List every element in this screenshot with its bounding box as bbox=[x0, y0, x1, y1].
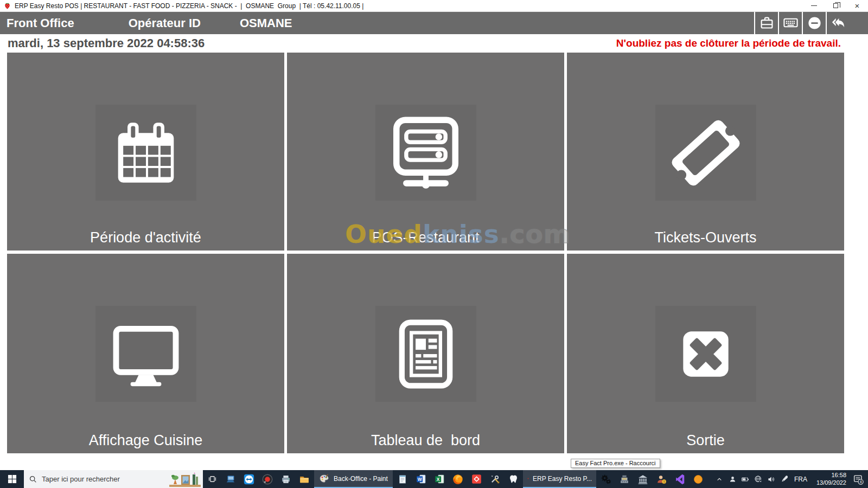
monitor-icon bbox=[105, 313, 187, 395]
task-view-button[interactable] bbox=[203, 470, 221, 488]
tooth-icon bbox=[508, 473, 519, 485]
orange-dot-app[interactable] bbox=[689, 470, 707, 488]
anydesk-app[interactable] bbox=[467, 470, 486, 488]
calendar-icon bbox=[105, 113, 187, 192]
notification-icon: 4 bbox=[852, 473, 864, 485]
tray-clock[interactable]: 16:58 13/09/2022 bbox=[810, 472, 848, 487]
tile-sortie[interactable]: Sortie bbox=[567, 254, 844, 453]
paint-app-button[interactable]: Back-Office - Paint bbox=[314, 470, 393, 488]
accounting-icon: $ bbox=[655, 473, 667, 485]
shortcut-tooltip: Easy Fact Pro.exe - Raccourci bbox=[571, 459, 660, 468]
menu-osmane[interactable]: OSMANE bbox=[240, 16, 292, 30]
gears-app[interactable] bbox=[597, 470, 615, 488]
tile-tickets-ouverts[interactable]: Tickets-Ouverts bbox=[567, 53, 844, 251]
gears-icon bbox=[600, 473, 612, 485]
visual-studio-icon bbox=[674, 473, 686, 485]
menu-operateur-id[interactable]: Opérateur ID bbox=[129, 16, 201, 30]
erp-app-button[interactable]: ERP Easy Resto P... bbox=[523, 470, 596, 488]
recorder-app[interactable] bbox=[258, 470, 277, 488]
notepad-icon bbox=[397, 474, 408, 485]
battery-icon bbox=[741, 474, 750, 484]
keyboard-icon bbox=[783, 15, 799, 31]
printer-icon bbox=[280, 473, 292, 485]
erp-app-label: ERP Easy Resto P... bbox=[533, 475, 592, 483]
keyboard-button[interactable] bbox=[778, 12, 802, 34]
close-button[interactable]: × bbox=[846, 0, 868, 11]
word-icon: W bbox=[416, 473, 427, 485]
file-explorer-app[interactable] bbox=[295, 470, 314, 488]
restore-button[interactable] bbox=[825, 0, 846, 11]
speaker-icon bbox=[767, 474, 776, 484]
paint-app-label: Back-Office - Paint bbox=[334, 475, 388, 483]
tile-label: Sortie bbox=[567, 432, 844, 449]
orange-dot-icon bbox=[693, 474, 704, 485]
teamviewer-app[interactable] bbox=[240, 470, 258, 488]
undo-back-icon bbox=[831, 15, 846, 31]
search-input[interactable] bbox=[42, 475, 161, 483]
tray-language[interactable]: FRA bbox=[791, 476, 810, 483]
notepad-app[interactable] bbox=[393, 470, 412, 488]
tile-label: Affichage Cuisine bbox=[7, 432, 284, 449]
windows-taskbar: Back-Office - Paint W X bbox=[0, 470, 868, 488]
svg-text:W: W bbox=[417, 477, 422, 482]
tray-battery[interactable] bbox=[739, 474, 752, 484]
tools-app[interactable] bbox=[486, 470, 504, 488]
tile-periode-activite[interactable]: Période d'activité bbox=[7, 53, 284, 251]
visual-studio-app[interactable] bbox=[671, 470, 689, 488]
teamviewer-icon bbox=[243, 473, 255, 485]
erp-easy-resto-window: ERP Easy Resto POS | RESTAURANT - FAST F… bbox=[0, 0, 868, 488]
dental-app[interactable] bbox=[504, 470, 522, 488]
tray-pen[interactable] bbox=[778, 474, 791, 484]
close-period-warning: N'oubliez pas de clôturer la période de … bbox=[616, 37, 841, 49]
bank-icon bbox=[637, 473, 649, 485]
file-explorer-icon bbox=[298, 473, 310, 485]
server-icon bbox=[386, 113, 466, 193]
menu-front-office[interactable]: Front Office bbox=[7, 16, 74, 30]
tray-people[interactable] bbox=[726, 474, 739, 484]
cash-drawer-button[interactable] bbox=[754, 12, 778, 34]
anydesk-icon bbox=[471, 473, 482, 485]
excel-icon: X bbox=[434, 473, 445, 485]
remote-pc-app[interactable] bbox=[221, 470, 240, 488]
excel-app[interactable]: X bbox=[430, 470, 449, 488]
tile-pos-restaurant[interactable]: POS-Restaurant bbox=[287, 53, 564, 251]
minimize-app-button[interactable] bbox=[802, 12, 826, 34]
accounting-app[interactable]: $ bbox=[652, 470, 671, 488]
title-bar: ERP Easy Resto POS | RESTAURANT - FAST F… bbox=[0, 0, 868, 12]
back-button[interactable] bbox=[826, 12, 850, 34]
ticket-icon bbox=[665, 112, 747, 194]
bank-app[interactable] bbox=[634, 470, 652, 488]
people-icon bbox=[728, 474, 737, 484]
pen-icon bbox=[780, 474, 789, 484]
briefcase-icon bbox=[760, 16, 774, 30]
menu-icon-group bbox=[754, 12, 850, 34]
tile-label: POS-Restaurant bbox=[287, 229, 564, 246]
tray-overflow-button[interactable] bbox=[713, 475, 726, 484]
cash-register-app[interactable] bbox=[615, 470, 634, 488]
start-button[interactable] bbox=[0, 470, 24, 488]
remote-pc-icon bbox=[225, 473, 237, 485]
taskbar-search-box[interactable] bbox=[24, 470, 203, 488]
search-icon bbox=[29, 475, 37, 484]
firefox-icon bbox=[452, 473, 464, 485]
paint-icon bbox=[318, 473, 330, 484]
strawberry-icon bbox=[527, 473, 529, 484]
tray-network[interactable] bbox=[752, 474, 765, 484]
word-app[interactable]: W bbox=[412, 470, 430, 488]
printer-app[interactable] bbox=[277, 470, 295, 488]
firefox-app[interactable] bbox=[449, 470, 467, 488]
task-view-icon bbox=[207, 474, 218, 484]
tray-volume[interactable] bbox=[765, 474, 778, 484]
minimize-button[interactable] bbox=[803, 0, 825, 11]
svg-text:X: X bbox=[436, 477, 439, 482]
tile-label: Période d'activité bbox=[7, 229, 284, 246]
tile-affichage-cuisine[interactable]: Affichage Cuisine bbox=[7, 254, 284, 453]
tray-date: 13/09/2022 bbox=[810, 479, 846, 487]
windows-start-icon bbox=[8, 474, 17, 484]
dashboard-news-icon bbox=[387, 316, 464, 393]
tile-tableau-de-bord[interactable]: Tableau de bord bbox=[287, 254, 564, 453]
notification-center-button[interactable]: 4 bbox=[848, 473, 868, 485]
current-datetime: mardi, 13 septembre 2022 04:58:36 bbox=[8, 36, 205, 50]
strawberry-icon bbox=[3, 2, 11, 10]
search-decoration-image bbox=[168, 472, 202, 488]
